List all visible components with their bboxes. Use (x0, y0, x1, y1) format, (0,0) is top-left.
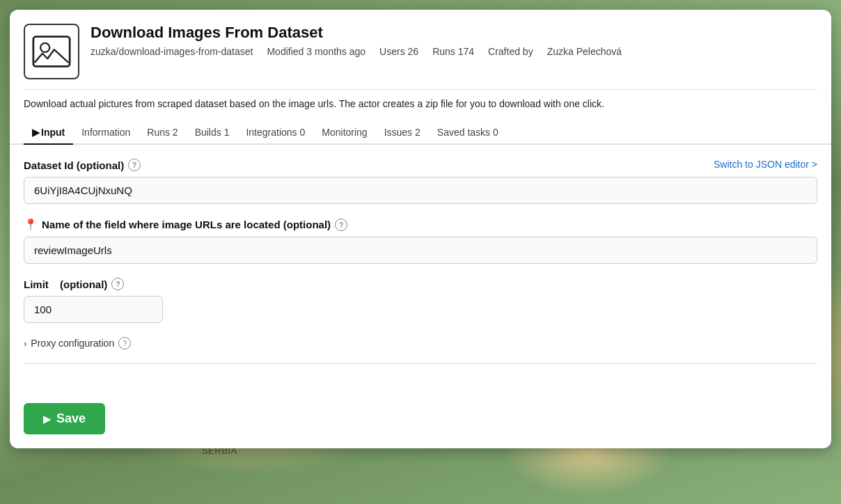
actor-modified: Modified 3 months ago (267, 46, 366, 57)
tab-integrations[interactable]: Integrations 0 (237, 121, 313, 145)
header-info: Download Images From Dataset zuzka/downl… (91, 24, 817, 57)
tab-runs[interactable]: Runs 2 (139, 121, 186, 145)
tab-saved-tasks[interactable]: Saved tasks 0 (429, 121, 507, 145)
tab-input[interactable]: ▶Input (24, 121, 73, 145)
proxy-arrow-icon: › (24, 338, 26, 349)
svg-rect-0 (33, 37, 70, 67)
save-button[interactable]: ▶ Save (24, 403, 105, 434)
content-area: Switch to JSON editor > Dataset Id (opti… (24, 145, 817, 392)
actor-title: Download Images From Dataset (91, 24, 817, 42)
proxy-config-label: Proxy configuration (31, 338, 114, 349)
limit-group: Limit (optional) ? + (24, 278, 817, 323)
dataset-id-help-icon[interactable]: ? (128, 159, 141, 171)
limit-label: Limit (optional) ? (24, 278, 817, 290)
tab-builds[interactable]: Builds 1 (187, 121, 238, 145)
save-section: ▶ Save (24, 392, 817, 448)
limit-input[interactable] (24, 297, 163, 322)
required-indicator: 📍 (24, 218, 38, 231)
actor-slug: zuzka/download-images-from-dataset (91, 46, 253, 57)
field-name-help-icon[interactable]: ? (335, 219, 347, 231)
field-name-label: 📍 Name of the field where image URLs are… (24, 218, 817, 231)
tab-information[interactable]: Information (73, 121, 139, 145)
actor-runs: Runs 174 (432, 46, 474, 57)
actor-header: Download Images From Dataset zuzka/downl… (24, 24, 817, 79)
actor-meta: zuzka/download-images-from-dataset Modif… (91, 46, 817, 57)
tab-monitoring[interactable]: Monitoring (313, 121, 375, 145)
dataset-id-label: Dataset Id (optional) ? (24, 159, 817, 171)
actor-icon (24, 24, 79, 79)
tab-arrow: ▶ (32, 127, 40, 138)
save-label: Save (56, 411, 86, 426)
dataset-id-input[interactable] (24, 177, 817, 204)
main-card: Download Images From Dataset zuzka/downl… (10, 10, 831, 448)
dataset-id-group: Dataset Id (optional) ? (24, 159, 817, 204)
json-editor-link[interactable]: Switch to JSON editor > (714, 159, 817, 170)
proxy-config-section[interactable]: › Proxy configuration ? (24, 337, 817, 364)
actor-users: Users 26 (379, 46, 418, 57)
tabs-bar: ▶InputInformationRuns 2Builds 1Integrati… (10, 121, 831, 145)
field-name-group: 📍 Name of the field where image URLs are… (24, 218, 817, 264)
actor-description: Download actual pictures from scraped da… (24, 89, 817, 111)
actor-crafted-by-label: Crafted by (488, 46, 533, 57)
actor-author: Zuzka Pelechová (547, 46, 622, 57)
limit-stepper: + (24, 296, 163, 323)
limit-help-icon[interactable]: ? (111, 278, 124, 290)
field-name-input[interactable] (24, 237, 817, 264)
save-play-icon: ▶ (43, 414, 51, 425)
proxy-help-icon[interactable]: ? (118, 337, 131, 349)
svg-point-1 (40, 43, 49, 52)
tab-issues[interactable]: Issues 2 (376, 121, 429, 145)
